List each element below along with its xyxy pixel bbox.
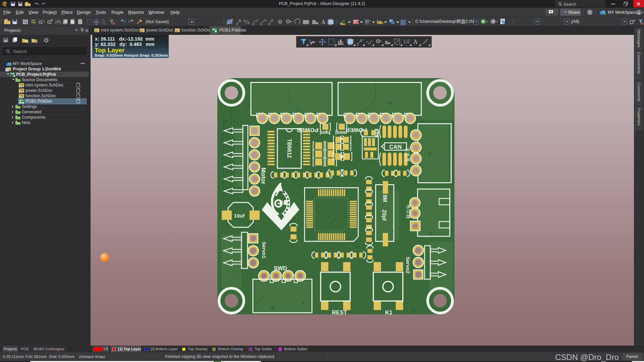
svg-text:POWER: POWER: [345, 127, 367, 133]
svg-text:10uf: 10uf: [234, 213, 245, 219]
svg-text:REST: REST: [332, 309, 347, 316]
svg-text:K1: K1: [385, 309, 392, 316]
svg-text:温湿度: 温湿度: [405, 147, 410, 162]
svg-text:TB6612: TB6612: [286, 139, 292, 158]
svg-text:20pf: 20pf: [381, 210, 387, 221]
svg-text:105: 105: [374, 128, 380, 137]
svg-text:CAN: CAN: [389, 144, 402, 150]
svg-text:mos|: mos|: [335, 130, 347, 136]
svg-text:Motor: Motor: [260, 168, 267, 184]
svg-text:hpn|: hpn|: [320, 130, 330, 136]
svg-text:8M: 8M: [382, 195, 388, 202]
svg-text:Servo1: Servo1: [261, 242, 267, 258]
svg-text:10: 10: [405, 40, 408, 43]
svg-text:电位器: 电位器: [406, 204, 411, 219]
svg-text:Servo2: Servo2: [405, 257, 411, 274]
svg-text:A: A: [413, 39, 418, 45]
svg-text:A: A: [321, 19, 325, 25]
